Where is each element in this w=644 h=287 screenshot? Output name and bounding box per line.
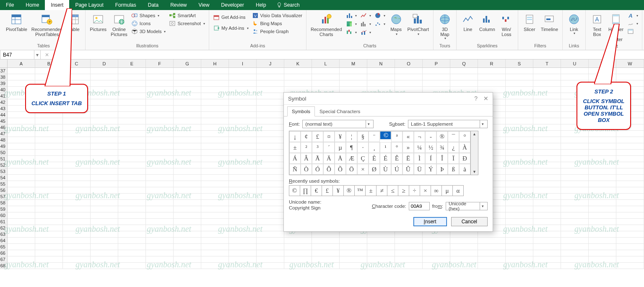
- cell[interactable]: [561, 200, 589, 206]
- cell[interactable]: [118, 74, 146, 80]
- cell[interactable]: [229, 99, 257, 106]
- cell[interactable]: [533, 250, 561, 256]
- cell[interactable]: [146, 263, 174, 269]
- cell[interactable]: [229, 112, 257, 118]
- cell[interactable]: [35, 200, 63, 206]
- column-header[interactable]: P: [423, 59, 450, 67]
- cell[interactable]: [257, 263, 284, 269]
- cell[interactable]: [257, 112, 284, 118]
- cell[interactable]: [174, 131, 201, 137]
- cell[interactable]: [8, 156, 35, 162]
- symbol-cell[interactable]: ¦: [346, 131, 357, 142]
- recent-symbol-cell[interactable]: ≠: [376, 185, 387, 196]
- cell[interactable]: [589, 156, 616, 162]
- cell[interactable]: [8, 187, 35, 194]
- cell[interactable]: [201, 80, 229, 87]
- cell[interactable]: [174, 99, 201, 106]
- cell[interactable]: [506, 93, 533, 99]
- cell[interactable]: [506, 137, 533, 143]
- cell[interactable]: [201, 206, 229, 212]
- cell[interactable]: [561, 231, 589, 238]
- recent-symbol-cell[interactable]: ±: [365, 185, 377, 196]
- cell[interactable]: [146, 156, 174, 162]
- cell[interactable]: [423, 68, 450, 74]
- cell[interactable]: [450, 231, 478, 238]
- cell[interactable]: [312, 238, 340, 244]
- cell[interactable]: [174, 256, 201, 263]
- cell[interactable]: [589, 162, 616, 168]
- name-box[interactable]: [0, 50, 34, 59]
- cell[interactable]: [91, 68, 118, 74]
- cell[interactable]: [561, 219, 589, 225]
- tab-page-layout[interactable]: Page Layout: [69, 0, 109, 10]
- cell[interactable]: [146, 99, 174, 106]
- cell[interactable]: [561, 175, 589, 181]
- cell[interactable]: [118, 194, 146, 200]
- symbol-cell[interactable]: Ë: [402, 153, 414, 164]
- hierarchy-chart-button[interactable]: ▾: [345, 20, 358, 28]
- cell[interactable]: [35, 219, 63, 225]
- cell[interactable]: [589, 225, 616, 231]
- cell[interactable]: [118, 187, 146, 194]
- cell[interactable]: [201, 68, 229, 74]
- wordart-button[interactable]: A▾: [626, 12, 639, 19]
- symbol-cell[interactable]: «: [402, 131, 414, 142]
- cell[interactable]: [561, 194, 589, 200]
- visio-button[interactable]: VVisio Data Visualizer: [251, 12, 304, 19]
- cell[interactable]: [63, 212, 91, 219]
- symbol-cell[interactable]: -: [425, 131, 436, 142]
- cell[interactable]: [118, 80, 146, 87]
- cell[interactable]: [450, 256, 478, 263]
- symbol-cell[interactable]: Ú: [391, 164, 402, 175]
- cell[interactable]: [561, 68, 589, 74]
- symbol-cell[interactable]: Â: [301, 153, 312, 164]
- cell[interactable]: [589, 238, 616, 244]
- symbol-cell[interactable]: Ê: [391, 153, 402, 164]
- cell[interactable]: [506, 68, 533, 74]
- cell[interactable]: [63, 219, 91, 225]
- cell[interactable]: [146, 150, 174, 156]
- cell[interactable]: [63, 194, 91, 200]
- cell[interactable]: [91, 206, 118, 212]
- cell[interactable]: [257, 219, 284, 225]
- symbol-cell[interactable]: ´: [323, 142, 335, 153]
- cell[interactable]: [257, 206, 284, 212]
- cell[interactable]: [533, 225, 561, 231]
- timeline-button[interactable]: Timeline: [539, 12, 560, 33]
- cell[interactable]: [146, 162, 174, 168]
- cell[interactable]: [533, 263, 561, 269]
- cell[interactable]: [91, 168, 118, 175]
- cell[interactable]: [229, 106, 257, 112]
- cell[interactable]: [146, 206, 174, 212]
- cell[interactable]: [35, 187, 63, 194]
- column-header[interactable]: O: [395, 59, 423, 67]
- cell[interactable]: [478, 244, 506, 250]
- my-addins-button[interactable]: My Add-ins▾: [212, 24, 249, 32]
- cell[interactable]: [367, 238, 395, 244]
- cell[interactable]: [35, 162, 63, 168]
- cell[interactable]: [478, 250, 506, 256]
- symbol-cell[interactable]: ¨: [369, 131, 380, 142]
- cell[interactable]: [257, 238, 284, 244]
- symbol-cell[interactable]: ³: [312, 142, 323, 153]
- symbol-cell[interactable]: ¿: [448, 142, 459, 153]
- cell[interactable]: [229, 168, 257, 175]
- column-header[interactable]: R: [478, 59, 506, 67]
- cell[interactable]: [35, 118, 63, 124]
- cell[interactable]: [257, 131, 284, 137]
- cell[interactable]: [118, 168, 146, 175]
- row-header[interactable]: 47: [0, 131, 8, 137]
- close-icon[interactable]: ✕: [483, 95, 488, 102]
- from-select[interactable]: Unicode (hex)▾: [446, 202, 488, 210]
- recent-symbol-cell[interactable]: ©: [289, 185, 300, 196]
- cell[interactable]: [229, 175, 257, 181]
- cell[interactable]: [506, 231, 533, 238]
- cell[interactable]: [201, 256, 229, 263]
- symbol-cell[interactable]: Á: [289, 153, 301, 164]
- cell[interactable]: [533, 175, 561, 181]
- cell[interactable]: [395, 250, 423, 256]
- cell[interactable]: [229, 225, 257, 231]
- cell[interactable]: [257, 231, 284, 238]
- cell[interactable]: [174, 150, 201, 156]
- cell[interactable]: [589, 263, 616, 269]
